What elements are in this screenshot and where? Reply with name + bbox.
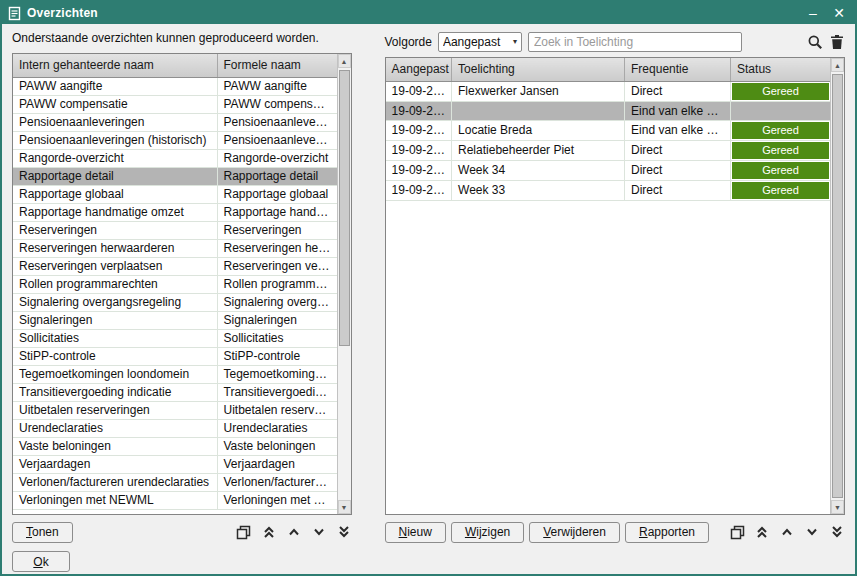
table-row[interactable]: SignaleringenSignaleringen [13,311,337,329]
status-cell[interactable]: Gereed [731,140,830,160]
table-row[interactable]: Uitbetalen reserveringenUitbetalen reser… [13,401,337,419]
cell[interactable]: Pensioenaanleveringen [13,113,217,131]
cell[interactable]: Verjaardagen [13,455,217,473]
cell[interactable]: 19-09-2023 [386,101,452,120]
cell[interactable]: Reserveringen herwaarderen [217,239,337,257]
cell[interactable]: Verjaardagen [217,455,337,473]
copy-button[interactable] [236,524,252,540]
cell[interactable]: Pensioenaanleveringen (historisch) [217,131,337,149]
cell[interactable]: Flexwerker Jansen [452,81,625,101]
scrollbar-track[interactable] [338,68,351,500]
status-cell[interactable]: Gereed [731,81,830,101]
cell[interactable]: Verlonen/factureren urendeclaraties [13,473,217,491]
cell[interactable]: Direct [625,180,731,200]
table-row[interactable]: UrendeclaratiesUrendeclaraties [13,419,337,437]
move-up-button[interactable] [286,524,302,540]
table-row[interactable]: 19-09-2023Locatie BredaEind van elke wee… [386,120,830,140]
cell[interactable]: 19-09-2023 [386,140,452,160]
column-header-aangepast[interactable]: Aangepast [386,58,452,81]
cell[interactable]: Reserveringen herwaarderen [13,239,217,257]
cell[interactable]: Rollen programmarechten [13,275,217,293]
cell[interactable]: PAWW compensatie [13,95,217,113]
table-row[interactable]: Rapportage globaalRapportage globaal [13,185,337,203]
move-bottom-button[interactable] [829,524,845,540]
cell[interactable]: Signaleringen [217,311,337,329]
cell[interactable]: Verlonen/factureren urendeclaraties [217,473,337,491]
search-button[interactable] [807,34,823,50]
cell[interactable]: Rapportage globaal [13,185,217,203]
cell[interactable]: PAWW aangifte [217,77,337,95]
move-down-button[interactable] [311,524,327,540]
scrollbar-thumb[interactable] [832,74,843,498]
table-row[interactable]: 19-09-2023Eind van elke maand [386,101,830,120]
cell[interactable]: Uitbetalen reserveringen [217,401,337,419]
column-header-intern[interactable]: Intern gehanteerde naam [13,54,217,77]
table-row[interactable]: Reserveringen herwaarderenReserveringen … [13,239,337,257]
column-header-toelichting[interactable]: Toelichting [452,58,625,81]
cell[interactable]: Rangorde-overzicht [13,149,217,167]
cell[interactable]: Reserveringen [13,221,217,239]
cell[interactable]: Reserveringen verplaatsen [13,257,217,275]
move-top-button[interactable] [754,524,770,540]
cell[interactable]: Tegemoetkomingen loondomein [13,365,217,383]
table-row[interactable]: Signalering overgangsregelingSignalering… [13,293,337,311]
scroll-up-button[interactable]: ▲ [338,54,351,68]
status-cell[interactable]: Gereed [731,160,830,180]
cell[interactable]: 19-09-2023 [386,120,452,140]
cell[interactable]: Week 33 [452,180,625,200]
table-row[interactable]: PensioenaanleveringenPensioenaanlevering… [13,113,337,131]
cell[interactable]: Rollen programmarechten [217,275,337,293]
cell[interactable]: Reserveringen verplaatsen [217,257,337,275]
copy-button[interactable] [729,524,745,540]
verwijderen-button[interactable]: Verwijderen [529,522,620,543]
cell[interactable]: Rapportage detail [217,167,337,185]
table-row[interactable]: Verloningen met NEWMLVerloningen met NeW… [13,491,337,509]
cell[interactable]: Tegemoetkomingen loondomein [217,365,337,383]
cell[interactable]: Vaste beloningen [217,437,337,455]
cell[interactable] [452,101,625,120]
cell[interactable]: Relatiebeheerder Piet [452,140,625,160]
table-row[interactable]: 19-09-2023Week 33DirectGereed [386,180,830,200]
cell[interactable]: 19-09-2023 [386,180,452,200]
table-row[interactable]: Reserveringen verplaatsenReserveringen v… [13,257,337,275]
cell[interactable]: Sollicitaties [13,329,217,347]
cell[interactable]: Reserveringen [217,221,337,239]
cell[interactable]: Direct [625,140,731,160]
cell[interactable]: Transitievergoeding indicatie [217,383,337,401]
table-row[interactable]: VerjaardagenVerjaardagen [13,455,337,473]
move-bottom-button[interactable] [336,524,352,540]
table-row[interactable]: StiPP-controleStiPP-controle [13,347,337,365]
table-row[interactable]: 19-09-2023Flexwerker JansenDirectGereed [386,81,830,101]
cell[interactable]: Eind van elke week [625,120,731,140]
table-row[interactable]: Rapportage detailRapportage detail [13,167,337,185]
table-row[interactable]: Rapportage handmatige omzetRapportage ha… [13,203,337,221]
nieuw-button[interactable]: Nieuw [385,522,446,543]
move-top-button[interactable] [261,524,277,540]
cell[interactable]: Transitievergoeding indicatie [13,383,217,401]
cell[interactable]: Sollicitaties [217,329,337,347]
cell[interactable]: Rapportage handmatige omzet [13,203,217,221]
cell[interactable]: Urendeclaraties [217,419,337,437]
table-row[interactable]: Rollen programmarechtenRollen programmar… [13,275,337,293]
cell[interactable]: Rapportage detail [13,167,217,185]
volgorde-select[interactable]: Aangepast ▾ [438,32,522,52]
scroll-down-button[interactable]: ▼ [831,500,844,514]
cell[interactable]: StiPP-controle [217,347,337,365]
cell[interactable]: Uitbetalen reserveringen [13,401,217,419]
left-scrollbar[interactable]: ▲ ▼ [337,54,351,514]
table-row[interactable]: SollicitatiesSollicitaties [13,329,337,347]
cell[interactable]: Signaleringen [13,311,217,329]
move-down-button[interactable] [804,524,820,540]
cell[interactable]: Rangorde-overzicht [217,149,337,167]
cell[interactable]: 19-09-2023 [386,81,452,101]
table-row[interactable]: PAWW compensatiePAWW compensatie [13,95,337,113]
cell[interactable]: Week 34 [452,160,625,180]
table-row[interactable]: 19-09-2023Relatiebeheerder PietDirectGer… [386,140,830,160]
cell[interactable]: Rapportage globaal [217,185,337,203]
cell[interactable]: Verloningen met NeWML [217,491,337,509]
cell[interactable]: Verloningen met NEWML [13,491,217,509]
move-up-button[interactable] [779,524,795,540]
table-row[interactable]: ReserveringenReserveringen [13,221,337,239]
status-cell[interactable]: Gereed [731,180,830,200]
cell[interactable]: Eind van elke maand [625,101,731,120]
